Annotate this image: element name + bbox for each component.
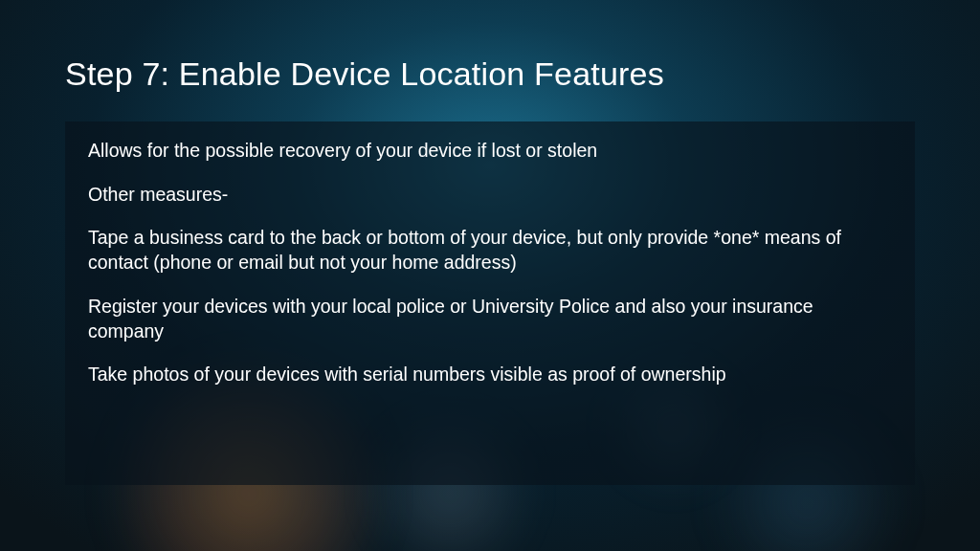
paragraph: Tape a business card to the back or bott…: [88, 226, 892, 275]
slide-container: Step 7: Enable Device Location Features …: [0, 0, 980, 551]
paragraph: Take photos of your devices with serial …: [88, 363, 892, 387]
paragraph: Register your devices with your local po…: [88, 295, 892, 343]
content-box: Allows for the possible recovery of your…: [65, 121, 915, 485]
slide-title: Step 7: Enable Device Location Features: [65, 55, 915, 93]
paragraph: Other measures-: [88, 183, 892, 208]
paragraph: Allows for the possible recovery of your…: [88, 139, 892, 164]
